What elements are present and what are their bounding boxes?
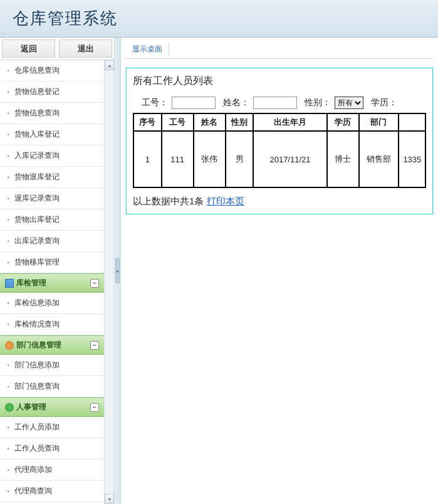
cell-gender: 男	[226, 131, 254, 187]
collapse-icon[interactable]: −	[90, 341, 99, 350]
cell-birth: 2017/11/21	[253, 131, 326, 187]
app-header: 仓库管理系统	[0, 0, 438, 38]
table-row[interactable]: 1 111 张伟 男 2017/11/21 博士 销售部 1335	[133, 131, 425, 187]
scroll-up-icon[interactable]: ▴	[105, 60, 114, 70]
app-title: 仓库管理系统	[13, 8, 425, 29]
sidebar-item[interactable]: 入库记录查询	[0, 145, 104, 167]
sidebar-item[interactable]: 货物入库登记	[0, 124, 104, 145]
filter-label-edu: 学历：	[371, 97, 397, 108]
panel-title: 所有工作人员列表	[133, 75, 426, 88]
collapse-icon[interactable]: −	[90, 279, 99, 288]
section-label: 库检管理	[16, 278, 46, 288]
filter-label-gender: 性别：	[305, 97, 331, 108]
section-header-hr[interactable]: 人事管理 −	[0, 397, 104, 417]
sidebar-item[interactable]: 仓库信息查询	[0, 60, 104, 81]
col-seq: 序号	[133, 113, 162, 131]
sidebar-item[interactable]: 工作人员添加	[0, 417, 104, 438]
col-gender: 性别	[226, 113, 254, 131]
col-extra	[399, 113, 425, 131]
section-label: 人事管理	[16, 402, 46, 412]
filter-label-name: 姓名：	[223, 97, 249, 108]
people-icon	[5, 341, 14, 350]
cell-extra: 1335	[399, 131, 425, 187]
sidebar-menu: 仓库信息查询 货物信息登记 货物信息查询 货物入库登记 入库记录查询 货物退库登…	[0, 60, 104, 504]
filter-select-gender[interactable]: 所有	[335, 97, 363, 109]
filter-input-name[interactable]	[253, 97, 297, 109]
cell-empid: 111	[162, 131, 194, 187]
cell-seq: 1	[133, 131, 162, 187]
sidebar: 返回 退出 仓库信息查询 货物信息登记 货物信息查询 货物入库登记 入库记录查询…	[0, 38, 115, 504]
exit-button[interactable]: 退出	[59, 39, 112, 58]
table-header-row: 序号 工号 姓名 性别 出生年月 学历 部门	[133, 113, 425, 131]
staff-table: 序号 工号 姓名 性别 出生年月 学历 部门 1 111 张伟	[133, 113, 426, 188]
tab-desktop[interactable]: 显示桌面	[126, 43, 169, 56]
footer-count: 以上数据中共1条	[133, 196, 204, 206]
splitter[interactable]	[115, 38, 121, 504]
person-icon	[5, 403, 14, 412]
content-area: 显示桌面 所有工作人员列表 工号： 姓名： 性别： 所有 学历：	[121, 38, 438, 504]
sidebar-scrollbar[interactable]: ▴ ▾	[104, 60, 114, 504]
section-label: 部门信息管理	[16, 340, 61, 350]
cell-edu: 博士	[327, 131, 359, 187]
col-name: 姓名	[194, 113, 226, 131]
sidebar-item[interactable]: 库检情况查询	[0, 314, 104, 335]
section-header-dept[interactable]: 部门信息管理 −	[0, 335, 104, 355]
sidebar-item[interactable]: 代理商查询	[0, 481, 104, 502]
scroll-down-icon[interactable]: ▾	[105, 494, 114, 504]
panel-footer: 以上数据中共1条 打印本页	[133, 196, 426, 207]
sidebar-item[interactable]: 代理商添加	[0, 459, 104, 481]
cell-dept: 销售部	[359, 131, 399, 187]
filter-row: 工号： 姓名： 性别： 所有 学历：	[133, 94, 426, 112]
sidebar-item[interactable]: 货物信息查询	[0, 103, 104, 124]
col-dept: 部门	[359, 113, 399, 131]
top-button-row: 返回 退出	[0, 38, 114, 60]
staff-list-panel: 所有工作人员列表 工号： 姓名： 性别： 所有 学历：	[126, 68, 433, 214]
main-layout: 返回 退出 仓库信息查询 货物信息登记 货物信息查询 货物入库登记 入库记录查询…	[0, 38, 438, 504]
collapse-icon[interactable]: −	[90, 403, 99, 412]
splitter-handle-icon[interactable]	[115, 258, 120, 283]
grid-icon	[5, 279, 14, 288]
filter-label-empid: 工号：	[142, 97, 168, 108]
tab-bar: 显示桌面	[126, 40, 433, 59]
scroll-track[interactable]	[105, 70, 114, 494]
col-empid: 工号	[162, 113, 194, 131]
sidebar-item[interactable]: 库检信息添加	[0, 293, 104, 314]
print-link[interactable]: 打印本页	[207, 196, 244, 206]
sidebar-item[interactable]: 部门信息查询	[0, 376, 104, 397]
back-button[interactable]: 返回	[2, 39, 55, 58]
sidebar-item[interactable]: 退库记录查询	[0, 188, 104, 209]
sidebar-item[interactable]: 货物信息登记	[0, 81, 104, 103]
cell-name: 张伟	[194, 131, 226, 187]
filter-input-empid[interactable]	[172, 97, 216, 109]
sidebar-item[interactable]: 部门信息添加	[0, 355, 104, 376]
sidebar-item[interactable]: 货物退库登记	[0, 167, 104, 188]
section-header-inspection[interactable]: 库检管理 −	[0, 273, 104, 293]
sidebar-item[interactable]: 货物移库管理	[0, 252, 104, 273]
sidebar-item[interactable]: 出库记录查询	[0, 231, 104, 252]
sidebar-item[interactable]: 货物出库登记	[0, 209, 104, 231]
col-edu: 学历	[327, 113, 359, 131]
sidebar-item[interactable]: 工作人员查询	[0, 438, 104, 459]
col-birth: 出生年月	[253, 113, 326, 131]
